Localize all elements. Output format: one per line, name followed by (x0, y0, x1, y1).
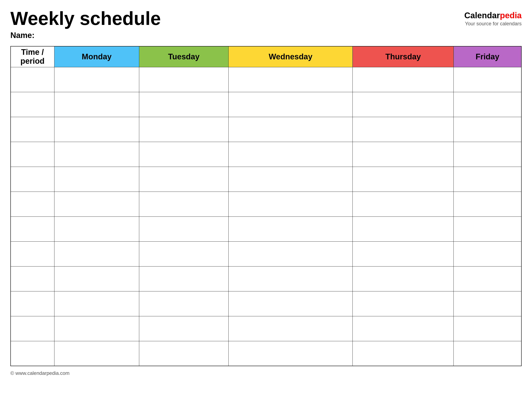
table-row (11, 266, 521, 291)
day-cell[interactable] (353, 241, 454, 266)
day-cell[interactable] (139, 266, 228, 291)
day-cell[interactable] (454, 117, 521, 142)
col-header-tuesday: Tuesday (139, 46, 228, 67)
day-cell[interactable] (454, 341, 521, 366)
day-cell[interactable] (454, 266, 521, 291)
header: Weekly schedule Name: Calendarpedia Your… (10, 8, 522, 40)
day-cell[interactable] (353, 191, 454, 216)
col-header-time: Time / period (11, 46, 54, 67)
schedule-table: Time / period Monday Tuesday Wednesday T… (10, 46, 522, 366)
day-cell[interactable] (228, 291, 353, 316)
table-row (11, 92, 521, 117)
day-cell[interactable] (353, 216, 454, 241)
footer: © www.calendarpedia.com (10, 370, 522, 376)
day-cell[interactable] (454, 241, 521, 266)
day-cell[interactable] (139, 291, 228, 316)
table-row (11, 67, 521, 92)
time-cell[interactable] (11, 67, 54, 92)
col-header-monday: Monday (54, 46, 139, 67)
footer-url: © www.calendarpedia.com (10, 370, 70, 376)
day-cell[interactable] (228, 191, 353, 216)
day-cell[interactable] (454, 142, 521, 167)
time-cell[interactable] (11, 191, 54, 216)
logo-brand: Calendarpedia (464, 10, 522, 20)
table-body (11, 67, 521, 366)
day-cell[interactable] (228, 316, 353, 341)
time-cell[interactable] (11, 241, 54, 266)
table-row (11, 341, 521, 366)
time-cell[interactable] (11, 167, 54, 191)
day-cell[interactable] (139, 117, 228, 142)
day-cell[interactable] (54, 167, 139, 191)
col-header-wednesday: Wednesday (228, 46, 353, 67)
day-cell[interactable] (139, 67, 228, 92)
name-label: Name: (10, 31, 161, 40)
day-cell[interactable] (454, 67, 521, 92)
day-cell[interactable] (228, 241, 353, 266)
day-cell[interactable] (228, 167, 353, 191)
day-cell[interactable] (139, 142, 228, 167)
day-cell[interactable] (454, 167, 521, 191)
day-cell[interactable] (228, 216, 353, 241)
time-cell[interactable] (11, 92, 54, 117)
time-cell[interactable] (11, 117, 54, 142)
day-cell[interactable] (54, 142, 139, 167)
table-row (11, 167, 521, 191)
col-header-thursday: Thursday (353, 46, 454, 67)
day-cell[interactable] (353, 341, 454, 366)
day-cell[interactable] (353, 67, 454, 92)
day-cell[interactable] (228, 266, 353, 291)
day-cell[interactable] (353, 167, 454, 191)
time-cell[interactable] (11, 142, 54, 167)
day-cell[interactable] (139, 241, 228, 266)
day-cell[interactable] (54, 92, 139, 117)
day-cell[interactable] (54, 316, 139, 341)
table-row (11, 316, 521, 341)
day-cell[interactable] (228, 341, 353, 366)
day-cell[interactable] (353, 266, 454, 291)
logo-brand-black: Calendar (464, 11, 500, 20)
day-cell[interactable] (454, 92, 521, 117)
day-cell[interactable] (228, 67, 353, 92)
day-cell[interactable] (228, 142, 353, 167)
page-title: Weekly schedule (10, 8, 161, 29)
time-cell[interactable] (11, 216, 54, 241)
day-cell[interactable] (353, 92, 454, 117)
day-cell[interactable] (54, 191, 139, 216)
day-cell[interactable] (54, 216, 139, 241)
table-row (11, 142, 521, 167)
day-cell[interactable] (228, 117, 353, 142)
day-cell[interactable] (54, 241, 139, 266)
day-cell[interactable] (353, 291, 454, 316)
day-cell[interactable] (353, 117, 454, 142)
table-header: Time / period Monday Tuesday Wednesday T… (11, 46, 521, 67)
time-cell[interactable] (11, 291, 54, 316)
time-cell[interactable] (11, 316, 54, 341)
day-cell[interactable] (139, 316, 228, 341)
day-cell[interactable] (139, 167, 228, 191)
day-cell[interactable] (139, 191, 228, 216)
header-row: Time / period Monday Tuesday Wednesday T… (11, 46, 521, 67)
day-cell[interactable] (54, 67, 139, 92)
day-cell[interactable] (54, 291, 139, 316)
time-cell[interactable] (11, 266, 54, 291)
day-cell[interactable] (353, 316, 454, 341)
day-cell[interactable] (54, 117, 139, 142)
day-cell[interactable] (454, 291, 521, 316)
day-cell[interactable] (353, 142, 454, 167)
table-row (11, 191, 521, 216)
day-cell[interactable] (454, 191, 521, 216)
day-cell[interactable] (139, 92, 228, 117)
logo-brand-red: pedia (500, 11, 522, 20)
day-cell[interactable] (139, 341, 228, 366)
day-cell[interactable] (228, 92, 353, 117)
day-cell[interactable] (54, 266, 139, 291)
day-cell[interactable] (139, 216, 228, 241)
day-cell[interactable] (54, 341, 139, 366)
day-cell[interactable] (454, 316, 521, 341)
time-cell[interactable] (11, 341, 54, 366)
table-row (11, 291, 521, 316)
table-row (11, 241, 521, 266)
day-cell[interactable] (454, 216, 521, 241)
title-area: Weekly schedule Name: (10, 8, 161, 40)
